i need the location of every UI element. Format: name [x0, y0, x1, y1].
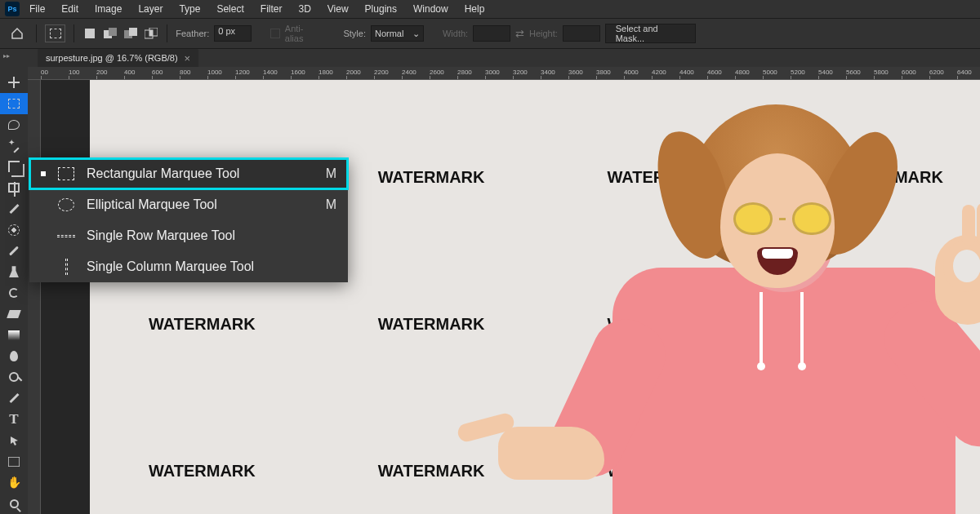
elliptical-marquee-icon — [57, 196, 75, 214]
menu-image[interactable]: Image — [88, 2, 128, 16]
ruler-tick: 4000 — [624, 69, 639, 76]
menu-view[interactable]: View — [321, 2, 355, 16]
flyout-item-elliptical-marquee[interactable]: Elliptical Marquee Tool M — [29, 189, 348, 220]
style-select[interactable]: Normal⌄ — [371, 25, 424, 42]
swap-dimensions-button: ⇄ — [515, 28, 524, 40]
ruler-tick: 4400 — [679, 69, 694, 76]
ruler-tick: 5800 — [874, 69, 889, 76]
single-column-marquee-icon — [57, 258, 75, 276]
pen-tool[interactable] — [0, 388, 28, 409]
antialias-label: Anti-alias — [285, 24, 320, 43]
eraser-tool[interactable] — [0, 304, 28, 325]
style-label: Style: — [343, 29, 366, 38]
document-tab-title: surpesture.jpg @ 16.7% (RGB/8) — [46, 53, 178, 63]
type-icon: T — [9, 411, 18, 428]
wand-icon — [8, 140, 20, 151]
ruler-tick: 800 — [180, 69, 190, 76]
menu-window[interactable]: Window — [407, 2, 455, 16]
selection-new-button[interactable] — [82, 25, 98, 42]
document-tab[interactable]: surpesture.jpg @ 16.7% (RGB/8) × — [38, 49, 198, 67]
ruler-tick: 00 — [41, 69, 48, 76]
marquee-tool-flyout: Rectangular Marquee Tool M Elliptical Ma… — [29, 158, 348, 282]
lasso-icon — [8, 120, 20, 130]
ruler-tick: 6400 — [957, 69, 972, 76]
eyedropper-icon — [9, 204, 19, 214]
history-brush-tool[interactable] — [0, 282, 28, 304]
clone-stamp-tool[interactable] — [0, 261, 28, 282]
ruler-tick: 2200 — [374, 69, 389, 76]
menu-help[interactable]: Help — [458, 2, 492, 16]
menu-layer[interactable]: Layer — [131, 2, 169, 16]
lasso-tool[interactable] — [0, 114, 28, 135]
menu-type[interactable]: Type — [172, 2, 207, 16]
ruler-tick: 1600 — [291, 69, 305, 76]
marquee-tool[interactable] — [0, 93, 28, 114]
ruler-tick: 6200 — [929, 69, 944, 76]
app-logo: Ps — [5, 2, 20, 16]
frame-tool[interactable] — [0, 177, 28, 198]
magic-wand-tool[interactable] — [0, 135, 28, 156]
zoom-tool[interactable] — [0, 493, 28, 514]
pen-icon — [9, 393, 19, 403]
shape-tool[interactable] — [0, 451, 28, 472]
ruler-tick: 100 — [69, 69, 79, 76]
svg-rect-8 — [8, 457, 20, 467]
svg-rect-0 — [85, 29, 95, 38]
selection-add-button[interactable] — [103, 25, 118, 42]
document-canvas[interactable]: WATERMARK WATERMARK WATERMARK WATERMARK … — [41, 80, 980, 514]
feather-input[interactable]: 0 px — [214, 25, 252, 42]
height-input — [563, 25, 600, 42]
svg-rect-7 — [149, 30, 153, 36]
eyedropper-tool[interactable] — [0, 198, 28, 219]
ruler-tick: 1000 — [207, 69, 222, 76]
menu-edit[interactable]: Edit — [55, 2, 85, 16]
flyout-item-single-column-marquee[interactable]: Single Column Marquee Tool — [29, 251, 348, 282]
brush-tool[interactable] — [0, 241, 28, 262]
menu-file[interactable]: File — [23, 2, 51, 16]
watermark-text: WATERMARK — [378, 315, 485, 334]
gradient-tool[interactable] — [0, 325, 28, 346]
divider — [74, 24, 74, 42]
crop-tool[interactable] — [0, 156, 28, 177]
ruler-tick: 600 — [152, 69, 163, 76]
close-tab-button[interactable]: × — [185, 52, 191, 64]
ruler-tick: 400 — [124, 69, 135, 76]
stamp-icon — [9, 266, 19, 277]
ruler-tick: 2800 — [457, 69, 472, 76]
marquee-icon — [50, 29, 61, 38]
tool-preset-picker[interactable] — [45, 24, 65, 42]
healing-icon — [8, 224, 20, 236]
menu-3d[interactable]: 3D — [292, 2, 317, 16]
selection-subtract-button[interactable] — [123, 25, 139, 42]
horizontal-ruler[interactable]: 0010020040060080010001200140016001800200… — [28, 67, 980, 80]
home-button[interactable] — [7, 24, 28, 43]
hand-tool[interactable]: ✋ — [0, 472, 28, 493]
move-tool[interactable] — [0, 72, 28, 93]
single-row-marquee-icon — [57, 227, 75, 245]
menu-select[interactable]: Select — [210, 2, 250, 16]
ruler-tick: 1400 — [263, 69, 278, 76]
vertical-ruler[interactable] — [28, 80, 41, 514]
marquee-icon — [8, 99, 20, 109]
panel-collapser[interactable]: ▸▸ — [3, 52, 10, 60]
ruler-tick: 3800 — [596, 69, 611, 76]
blur-tool[interactable] — [0, 346, 28, 367]
flyout-item-single-row-marquee[interactable]: Single Row Marquee Tool — [29, 220, 348, 251]
ruler-tick: 3000 — [485, 69, 500, 76]
move-icon — [8, 77, 20, 88]
selection-intersect-button[interactable] — [143, 25, 158, 42]
ruler-tick: 2400 — [402, 69, 416, 76]
selection-new-icon — [84, 28, 96, 39]
selection-subtract-icon — [124, 28, 137, 39]
divider — [167, 24, 167, 42]
flyout-item-rectangular-marquee[interactable]: Rectangular Marquee Tool M — [29, 158, 348, 189]
select-and-mask-button[interactable]: Select and Mask... — [605, 24, 696, 43]
path-selection-tool[interactable] — [0, 430, 28, 451]
menu-filter[interactable]: Filter — [254, 2, 289, 16]
feather-label: Feather: — [176, 29, 209, 38]
flyout-item-label: Elliptical Marquee Tool — [87, 197, 217, 212]
menu-plugins[interactable]: Plugins — [359, 2, 403, 16]
type-tool[interactable]: T — [0, 409, 28, 430]
healing-brush-tool[interactable] — [0, 219, 28, 241]
dodge-tool[interactable] — [0, 366, 28, 388]
